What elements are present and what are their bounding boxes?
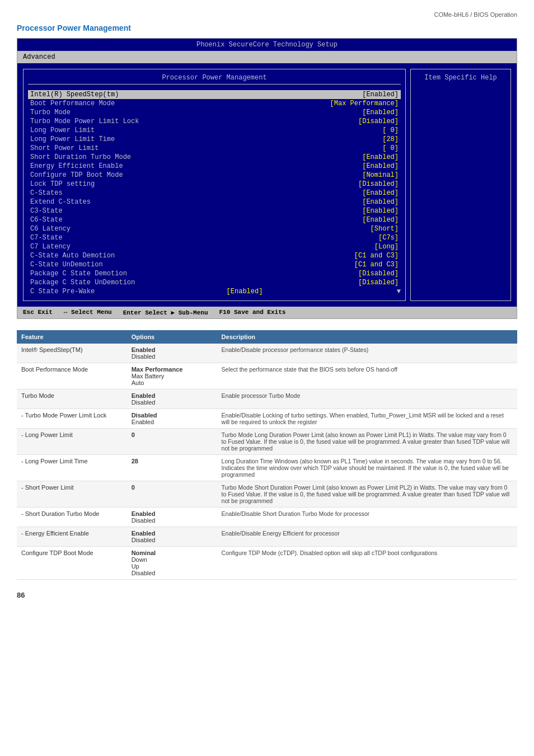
- option-item: Enabled: [132, 530, 213, 537]
- cell-feature: - Short Duration Turbo Mode: [17, 508, 127, 527]
- bios-item-value: [Enabled]: [362, 109, 401, 116]
- cell-feature: - Short Power Limit: [17, 481, 127, 508]
- table-row: - Long Power Limit0Turbo Mode Long Durat…: [17, 429, 517, 455]
- top-label: COMe-bHL6 / BIOS Operation: [17, 11, 517, 18]
- bios-item-label: Configure TDP Boot Mode: [28, 171, 123, 179]
- cell-options: 0: [127, 481, 217, 508]
- cell-feature: - Long Power Limit: [17, 429, 127, 455]
- bios-item-value: [Long]: [374, 243, 401, 251]
- bios-item-row: Energy Efficient Enable[Enabled]: [28, 162, 401, 171]
- bios-item-label: C-State Auto Demotion: [28, 252, 115, 260]
- option-item: Nominal: [132, 550, 213, 556]
- table-row: - Short Duration Turbo ModeEnabledDisabl…: [17, 508, 517, 527]
- option-item: Down: [132, 556, 213, 563]
- bios-item-label: C State Pre-Wake: [28, 288, 95, 295]
- cell-options: DisabledEnabled: [127, 409, 217, 429]
- bios-item-label: C-State UnDemotion: [28, 261, 103, 269]
- option-item: Max Performance: [132, 366, 213, 373]
- cell-options: 0: [127, 429, 217, 455]
- bios-nav: Advanced: [17, 51, 517, 63]
- bios-item-value: [Enabled]: [362, 162, 401, 170]
- table-row: - Long Power Limit Time28Long Duration T…: [17, 455, 517, 481]
- bios-item-label: Intel(R) SpeedStep(tm): [28, 91, 119, 98]
- table-row: Turbo ModeEnabledDisabledEnable processo…: [17, 389, 517, 409]
- features-table: Feature Options Description Intel® Speed…: [17, 330, 517, 580]
- bios-items: Intel(R) SpeedStep(tm)[Enabled]Boot Perf…: [28, 90, 401, 296]
- bios-item-row: C6-State[Enabled]: [28, 215, 401, 224]
- bios-help-panel: Item Specific Help: [410, 69, 511, 301]
- cell-description: Turbo Mode Long Duration Power Limit (al…: [217, 429, 517, 455]
- bios-item-value: [Enabled]: [227, 288, 265, 295]
- bios-item-label: Extend C-States: [28, 198, 91, 206]
- bios-item-value: [Disabled]: [358, 118, 401, 125]
- bios-item-label: C7 Latency: [28, 243, 71, 251]
- bios-item-row: C-States[Enabled]: [28, 189, 401, 198]
- bios-item-value: [Nominal]: [362, 171, 401, 179]
- table-row: Boot Performance ModeMax PerformanceMax …: [17, 363, 517, 389]
- bios-item-value: [Disabled]: [358, 270, 401, 278]
- bios-item-row: C-State UnDemotion[C1 and C3]: [28, 260, 401, 269]
- col-options: Options: [127, 330, 217, 344]
- bios-item-label: Boot Performance Mode: [28, 100, 115, 107]
- table-row: Intel® SpeedStep(TM)EnabledDisabledEnabl…: [17, 344, 517, 363]
- cell-feature: Intel® SpeedStep(TM): [17, 344, 127, 363]
- bios-item-label: Energy Efficient Enable: [28, 162, 123, 170]
- bios-item-row: C6 Latency[Short]: [28, 224, 401, 233]
- table-header-row: Feature Options Description: [17, 330, 517, 344]
- cell-description: Turbo Mode Short Duration Power Limit (a…: [217, 481, 517, 508]
- bios-item-value: [28]: [382, 135, 401, 143]
- bios-item-label: C7-State: [28, 234, 63, 242]
- bios-item-label: C6-State: [28, 216, 63, 224]
- bios-item-label: Lock TDP setting: [28, 180, 95, 188]
- cell-options: EnabledDisabled: [127, 527, 217, 547]
- cell-description: Enable/Disable Short Duration Turbo Mode…: [217, 508, 517, 527]
- bios-item-value: [Disabled]: [358, 180, 401, 188]
- bios-item-value: [C1 and C3]: [354, 261, 401, 269]
- bios-item-row: C7-State[C7s]: [28, 233, 401, 242]
- bios-item-row: C State Pre-Wake[Enabled] ▼: [28, 287, 401, 296]
- cell-description: Configure TDP Mode (cTDP). Disabled opti…: [217, 547, 517, 580]
- option-item: Disabled: [132, 537, 213, 543]
- bios-item-row: Extend C-States[Enabled]: [28, 198, 401, 206]
- bios-item-label: Long Power Limit Time: [28, 135, 115, 143]
- page-number: 86: [17, 591, 517, 599]
- table-row: - Short Power Limit0Turbo Mode Short Dur…: [17, 481, 517, 508]
- bios-item-value: [Enabled]: [362, 207, 401, 215]
- bios-item-value: [Enabled]: [362, 153, 401, 161]
- bios-item-row: Turbo Mode Power Limit Lock[Disabled]: [28, 117, 401, 126]
- bios-item-row: Configure TDP Boot Mode[Nominal]: [28, 171, 401, 180]
- col-feature: Feature: [17, 330, 127, 344]
- cell-options: EnabledDisabled: [127, 344, 217, 363]
- bios-bottom-item: Enter Select ▶ Sub-Menu: [123, 309, 208, 316]
- bios-item-value: [Enabled]: [362, 198, 401, 206]
- bios-item-row: C-State Auto Demotion[C1 and C3]: [28, 251, 401, 260]
- cell-options: Max PerformanceMax BatteryAuto: [127, 363, 217, 389]
- bios-item-label: C-States: [28, 189, 63, 197]
- bios-item-value: [Enabled]: [362, 216, 401, 224]
- cell-options: NominalDownUpDisabled: [127, 547, 217, 580]
- option-item: Up: [132, 563, 213, 570]
- bios-item-value: [Disabled]: [358, 279, 401, 287]
- bios-item-row: C3-State[Enabled]: [28, 206, 401, 215]
- bios-item-label: Package C State Demotion: [28, 270, 127, 278]
- cell-options: EnabledDisabled: [127, 508, 217, 527]
- bios-item-row: Short Power Limit[ 0]: [28, 144, 401, 153]
- bios-item-value: [C1 and C3]: [354, 252, 401, 260]
- table-row: - Energy Efficient EnableEnabledDisabled…: [17, 527, 517, 547]
- bios-item-label: Package C State UnDemotion: [28, 279, 135, 287]
- option-item: Enabled: [132, 419, 213, 425]
- bios-bottom-item: F10 Save and Exits: [219, 309, 286, 316]
- bios-bottom-item: ↔ Select Menu: [64, 309, 112, 316]
- bios-item-value: [Enabled]: [362, 189, 401, 197]
- cell-description: Enable/Disable Energy Efficient for proc…: [217, 527, 517, 547]
- option-item: Disabled: [132, 517, 213, 524]
- table-row: - Turbo Mode Power Limit LockDisabledEna…: [17, 409, 517, 429]
- option-item: Disabled: [132, 399, 213, 406]
- option-item: Auto: [132, 379, 213, 386]
- bios-item-row: Lock TDP setting[Disabled]: [28, 180, 401, 189]
- cell-description: Enable processor Turbo Mode: [217, 389, 517, 409]
- cell-feature: - Turbo Mode Power Limit Lock: [17, 409, 127, 429]
- option-item: Enabled: [132, 392, 213, 399]
- option-item: Disabled: [132, 412, 213, 419]
- cell-feature: Turbo Mode: [17, 389, 127, 409]
